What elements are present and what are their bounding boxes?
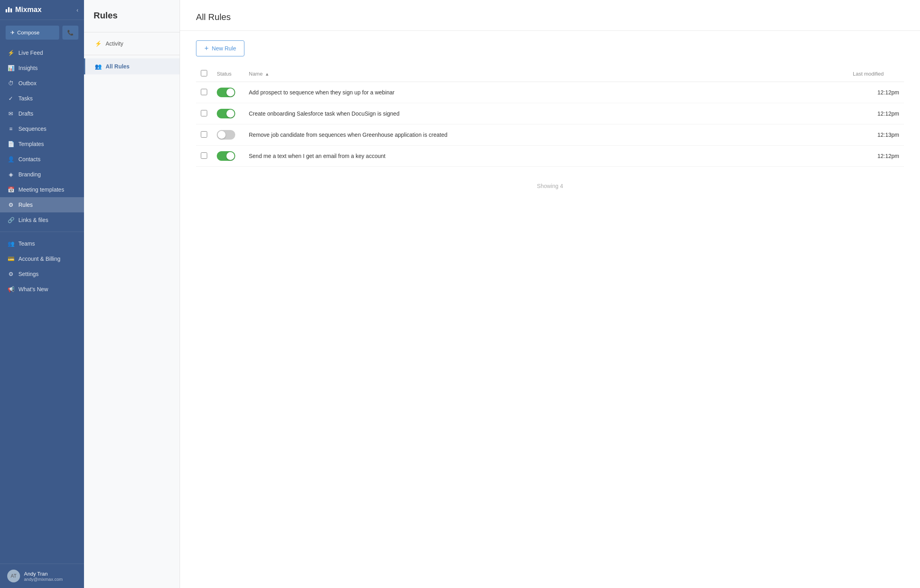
main-header: All Rules xyxy=(180,0,920,31)
main-content: All Rules + New Rule Status Name ▲ xyxy=(180,0,920,588)
last-modified-value: 12:12pm xyxy=(878,110,899,117)
th-name[interactable]: Name ▲ xyxy=(244,66,848,82)
insights-icon: 📊 xyxy=(7,65,14,71)
page-title: All Rules xyxy=(196,12,904,22)
sidebar-collapse-button[interactable]: ‹ xyxy=(76,7,78,13)
content-area: + New Rule Status Name ▲ Last xyxy=(180,31,920,588)
middle-divider xyxy=(84,32,180,32)
row-checkbox-cell xyxy=(196,124,212,146)
status-toggle[interactable] xyxy=(217,151,235,161)
row-checkbox-cell xyxy=(196,103,212,124)
th-status[interactable]: Status xyxy=(212,66,244,82)
sidebar-item-tasks[interactable]: ✓ Tasks xyxy=(0,91,84,106)
sidebar-item-outbox[interactable]: ⏱ Outbox xyxy=(0,76,84,91)
outbox-icon: ⏱ xyxy=(7,80,14,86)
sidebar-item-rules[interactable]: ⚙ Rules xyxy=(0,197,84,212)
teams-icon: 👥 xyxy=(7,240,14,247)
account-billing-icon: 💳 xyxy=(7,256,14,262)
sidebar-item-contacts[interactable]: 👤 Contacts xyxy=(0,152,84,167)
templates-icon: 📄 xyxy=(7,141,14,147)
sidebar-item-teams[interactable]: 👥 Teams xyxy=(0,236,84,251)
row-checkbox[interactable] xyxy=(201,89,207,95)
row-status-cell xyxy=(212,124,244,146)
middle-divider-2 xyxy=(84,55,180,55)
app-logo: Mixmax xyxy=(6,6,42,14)
sidebar-header: Mixmax ‹ xyxy=(0,0,84,20)
avatar: AT xyxy=(7,570,20,582)
last-modified-value: 12:13pm xyxy=(878,132,899,138)
sequences-icon: ≡ xyxy=(7,126,14,132)
status-toggle[interactable] xyxy=(217,109,235,118)
middle-panel: Rules ⚡ Activity 👥 All Rules xyxy=(84,0,180,588)
middle-nav-activity[interactable]: ⚡ Activity xyxy=(84,36,180,52)
sidebar-item-label: Links & files xyxy=(18,217,48,223)
user-name: Andy Tran xyxy=(24,571,63,577)
new-rule-label: New Rule xyxy=(212,45,236,52)
sidebar-item-label: Meeting templates xyxy=(18,186,64,193)
select-all-checkbox[interactable] xyxy=(201,70,207,76)
sidebar-item-drafts[interactable]: ✉ Drafts xyxy=(0,106,84,121)
sidebar-item-insights[interactable]: 📊 Insights xyxy=(0,60,84,76)
activity-icon: ⚡ xyxy=(95,40,102,47)
sidebar-item-label: Templates xyxy=(18,141,44,147)
compose-icon: ✈ xyxy=(10,30,15,36)
row-name-cell: Create onboarding Salesforce task when D… xyxy=(244,103,848,124)
compose-button[interactable]: ✈ Compose xyxy=(6,26,59,40)
sidebar-item-label: Outbox xyxy=(18,80,36,86)
phone-icon: 📞 xyxy=(67,30,74,36)
table-row: Create onboarding Salesforce task when D… xyxy=(196,103,904,124)
sidebar-item-label: What's New xyxy=(18,286,48,292)
table-row: Send me a text when I get an email from … xyxy=(196,146,904,167)
new-rule-button[interactable]: + New Rule xyxy=(196,40,244,56)
status-toggle[interactable] xyxy=(217,88,235,97)
settings-icon: ⚙ xyxy=(7,271,14,277)
row-checkbox[interactable] xyxy=(201,152,207,159)
toggle-knob xyxy=(218,131,226,139)
sidebar: Mixmax ‹ ✈ Compose 📞 ⚡ Live Feed 📊 Insig… xyxy=(0,0,84,588)
row-checkbox[interactable] xyxy=(201,110,207,116)
row-checkbox[interactable] xyxy=(201,131,207,138)
sidebar-item-label: Teams xyxy=(18,240,35,247)
sidebar-item-meeting-templates[interactable]: 📅 Meeting templates xyxy=(0,182,84,197)
drafts-icon: ✉ xyxy=(7,110,14,117)
rules-table: Status Name ▲ Last modified xyxy=(196,66,904,167)
sidebar-item-account-billing[interactable]: 💳 Account & Billing xyxy=(0,251,84,266)
sidebar-item-live-feed[interactable]: ⚡ Live Feed xyxy=(0,45,84,60)
row-status-cell xyxy=(212,82,244,103)
meeting-templates-icon: 📅 xyxy=(7,186,14,193)
sidebar-item-label: Contacts xyxy=(18,156,40,162)
sidebar-item-label: Tasks xyxy=(18,95,33,102)
sidebar-item-links-files[interactable]: 🔗 Links & files xyxy=(0,212,84,228)
sidebar-item-sequences[interactable]: ≡ Sequences xyxy=(0,121,84,136)
whats-new-icon: 📢 xyxy=(7,286,14,292)
user-email: andy@mixmax.com xyxy=(24,577,63,582)
rule-name: Add prospect to sequence when they sign … xyxy=(249,89,394,96)
middle-nav-label: All Rules xyxy=(106,63,130,70)
sidebar-item-label: Settings xyxy=(18,271,39,277)
plus-icon: + xyxy=(204,45,209,52)
user-area[interactable]: AT Andy Tran andy@mixmax.com xyxy=(0,564,84,588)
sort-arrow-icon: ▲ xyxy=(265,72,269,76)
row-modified-cell: 12:13pm xyxy=(848,124,904,146)
rule-name: Remove job candidate from sequences when… xyxy=(249,132,448,138)
toggle-knob xyxy=(226,88,234,96)
row-status-cell xyxy=(212,146,244,167)
th-last-modified[interactable]: Last modified xyxy=(848,66,904,82)
user-info: Andy Tran andy@mixmax.com xyxy=(24,571,63,582)
middle-nav-all-rules[interactable]: 👥 All Rules xyxy=(84,58,180,74)
sidebar-item-templates[interactable]: 📄 Templates xyxy=(0,136,84,152)
row-checkbox-cell xyxy=(196,146,212,167)
contacts-icon: 👤 xyxy=(7,156,14,162)
sidebar-item-label: Drafts xyxy=(18,110,33,117)
showing-count: Showing 4 xyxy=(196,183,904,189)
th-checkbox xyxy=(196,66,212,82)
sidebar-item-settings[interactable]: ⚙ Settings xyxy=(0,266,84,282)
status-toggle[interactable] xyxy=(217,130,235,140)
row-checkbox-cell xyxy=(196,82,212,103)
sidebar-item-whats-new[interactable]: 📢 What's New xyxy=(0,282,84,297)
sidebar-bottom: AT Andy Tran andy@mixmax.com xyxy=(0,564,84,588)
app-name: Mixmax xyxy=(15,6,42,14)
sidebar-item-branding[interactable]: ◈ Branding xyxy=(0,167,84,182)
phone-button[interactable]: 📞 xyxy=(62,26,78,40)
compose-area: ✈ Compose 📞 xyxy=(0,20,84,45)
